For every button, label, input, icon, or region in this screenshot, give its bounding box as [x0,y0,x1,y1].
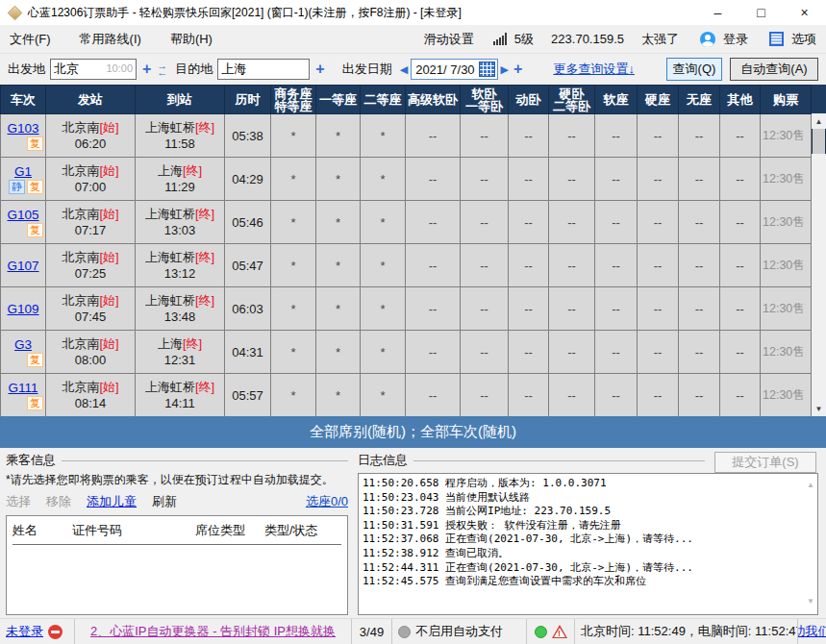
seat-cell: -- [461,244,509,287]
add-date-icon[interactable]: + [513,62,522,77]
seat-cell: -- [638,331,679,374]
menu-help[interactable]: 帮助(H) [170,31,213,48]
swap-stations-icon[interactable]: →← [157,62,167,76]
passenger-note: *请先选择您即将购票的乘客，以便在预订过程中自动加载提交。 [6,472,348,488]
auto-query-button[interactable]: 自动查询(A) [730,58,818,81]
remove-passenger-button[interactable]: 移除 [46,493,71,510]
seat-cell: -- [638,287,679,331]
log-panel-title: 日志信息 [358,452,408,469]
train-row[interactable]: G105 复 北京南[始] 07:17 上海虹桥[终] 13:03 05:46 … [1,201,812,244]
seat-cell: -- [720,374,761,417]
seat-cell: -- [549,114,595,158]
ip-changer-ad-link[interactable]: 2、心蓝IP自动更换器 - 告别封锁 IP想换就换 [90,623,336,640]
log-scroll-up-icon[interactable]: ▲ [807,479,814,493]
train-number-link[interactable]: G109 [1,302,45,316]
calendar-icon[interactable] [479,62,495,77]
column-header: 无座 [679,86,720,114]
menu-file[interactable]: 文件(F) [10,31,51,48]
train-row[interactable]: G109 北京南[始] 07:45 上海虹桥[终] 13:48 06:03 * … [1,287,812,331]
seat-cell: -- [509,331,549,374]
table-scrollbar[interactable]: ▲ ▼ [812,85,826,416]
select-passenger-button[interactable]: 选择 [6,493,31,510]
options-button[interactable]: 选项 [791,31,816,48]
train-row[interactable]: G107 北京南[始] 07:25 上海虹桥[终] 13:12 05:47 * … [1,244,812,287]
seat-cell: * [271,201,316,244]
more-query-settings-link[interactable]: 更多查询设置↓ [553,61,635,78]
login-status-link[interactable]: 未登录 [6,623,43,640]
train-number-link[interactable]: G111 [1,381,45,395]
buy-status-cell: 12:30售 [761,158,812,201]
options-icon[interactable] [769,32,784,46]
scroll-up-icon[interactable]: ▲ [812,113,826,129]
train-row[interactable]: G1 静复 北京南[始] 07:00 上海[终] 11:29 04:29 * *… [1,158,812,201]
column-header: 购票 [761,86,812,114]
close-button[interactable]: × [783,0,826,25]
minimize-button[interactable]: – [696,0,739,25]
duration-cell: 04:31 [225,331,271,374]
train-number-link[interactable]: G105 [1,208,45,222]
submit-order-button[interactable]: 提交订单(S) [714,452,816,473]
log-scroll-down-icon[interactable]: ▼ [807,595,814,609]
train-row[interactable]: G111 复 北京南[始] 08:14 上海虹桥[终] 14:11 05:57 … [1,374,812,417]
menu-routes[interactable]: 常用路线(I) [80,31,141,48]
seat-cell: -- [461,374,509,417]
depart-station-cell: 北京南[始] 08:00 [46,331,136,374]
train-number-link[interactable]: G1 [1,164,45,179]
to-input[interactable] [218,60,309,79]
time-info: 北京时间: 11:52:49，电脑时间: 11:52:47 [581,623,798,640]
divider [413,460,705,461]
refresh-button[interactable]: 刷新 [152,493,177,510]
seat-cell: -- [595,201,638,244]
seat-cell: * [271,114,316,158]
column-header: 到站 [136,86,225,114]
prev-day-icon[interactable]: ◀ [400,63,408,76]
train-row[interactable]: G103 复 北京南[始] 06:20 上海虹桥[终] 11:58 05:38 … [1,114,812,158]
add-to-icon[interactable]: + [315,62,324,77]
column-header: 硬座 [638,86,679,114]
terminus-flag: [终] [195,250,214,264]
login-button[interactable]: 登录 [723,31,748,48]
log-line: 11:52:44.311 正在查询(2021-07-30, 北京->上海)，请等… [363,561,802,576]
query-button[interactable]: 查询(Q) [666,58,722,81]
train-number-link[interactable]: G3 [1,337,45,352]
scrollbar-track[interactable] [812,154,826,401]
depart-time: 07:25 [46,265,135,282]
train-row[interactable]: G3 复 北京南[始] 08:00 上海[终] 12:31 04:31 * * … [1,331,812,374]
column-header: 软座 [595,86,638,114]
train-number-link[interactable]: G107 [1,259,45,273]
log-output: 11:50:20.658 程序启动，版本为: 1.0.0.3071 11:50:… [358,473,818,615]
seat-cell: -- [549,287,595,331]
next-day-icon[interactable]: ▶ [501,63,509,76]
add-from-icon[interactable]: + [142,62,151,77]
terminus-flag: [终] [195,120,214,135]
column-header: 硬卧 二等卧 [549,86,595,114]
arrive-time: 11:58 [136,136,224,152]
scroll-down-icon[interactable]: ▼ [812,401,826,416]
window-title: 心蓝12306订票助手 - 轻松购票快乐回家[2021] (窗口-1)(未注册，… [28,5,462,21]
seat-cell: * [316,331,361,374]
maximize-button[interactable]: □ [739,0,783,25]
scrollbar-thumb[interactable] [813,129,825,154]
seat-cell: -- [461,158,509,201]
date-field[interactable]: 2021/ 7/30 [411,59,497,80]
train-tag-fu: 复 [27,180,43,194]
donate-link[interactable]: 捐助我们 [798,623,826,640]
seat-cell: * [271,244,316,287]
train-number-cell: G109 [1,287,46,331]
arrive-station-cell: 上海[终] 12:31 [136,331,225,374]
divider [62,460,348,461]
seat-pick-link[interactable]: 选座0/0 [306,493,348,510]
seat-cell: -- [406,374,461,417]
seat-cell: -- [679,114,720,158]
menu-slide-settings[interactable]: 滑动设置 [424,31,474,48]
column-header: 商务座 特等座 [271,86,316,114]
add-child-link[interactable]: 添加儿童 [87,493,137,510]
train-number-link[interactable]: G103 [1,121,45,136]
arrive-station-cell: 上海虹桥[终] 13:48 [136,287,225,331]
seat-cell: -- [638,201,679,244]
buy-status-cell: 12:30售 [761,374,812,417]
depart-time: 07:17 [46,222,135,238]
arrive-time: 11:29 [136,179,224,195]
ip-strength-label: 太强了 [641,31,679,48]
login-user-icon[interactable] [700,32,715,47]
